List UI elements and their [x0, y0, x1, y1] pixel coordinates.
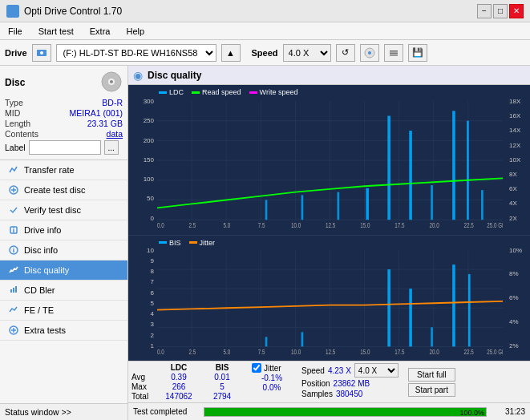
drive-info-icon	[8, 224, 19, 236]
chart2-y-labels: 10987654321	[128, 247, 156, 349]
speed-select[interactable]: 4.0 X	[283, 44, 331, 62]
svg-rect-5	[390, 52, 398, 54]
settings-button[interactable]	[384, 44, 403, 62]
contents-label: Contents	[5, 129, 38, 139]
disc-panel-icon	[100, 71, 123, 95]
stats-main-col: LDC BIS Avg 0.39 0.01 Max 266 5 Total 14…	[131, 363, 242, 401]
write-speed-color	[249, 91, 257, 94]
sidebar-item-transfer-rate[interactable]: Transfer rate	[0, 160, 127, 180]
label-browse-button[interactable]: ...	[104, 140, 119, 155]
svg-text:17.5: 17.5	[394, 221, 404, 229]
sidebar-item-cd-bler[interactable]: CD Bler	[0, 281, 127, 301]
bis-color	[159, 241, 167, 244]
svg-rect-82	[452, 265, 455, 346]
disc-panel: Disc Type BD-R MID MEIRA1 (001) Length	[0, 66, 127, 160]
jitter-checkbox[interactable]	[252, 363, 261, 373]
sidebar-item-drive-info[interactable]: Drive info	[0, 220, 127, 240]
svg-rect-19	[10, 289, 12, 293]
avg-bis: 0.01	[202, 373, 242, 382]
samples-label: Samples	[301, 390, 333, 398]
charts-container: LDC Read speed Write speed 3002502001501…	[128, 85, 530, 361]
chart2-legend: BIS Jitter	[159, 239, 215, 247]
menu-start-test[interactable]: Start test	[34, 25, 79, 38]
drive-label: Drive	[5, 48, 27, 58]
start-part-button[interactable]: Start part	[408, 383, 455, 397]
legend-ldc: LDC	[159, 88, 184, 96]
svg-rect-83	[468, 274, 471, 346]
avg-label: Avg	[131, 373, 156, 382]
svg-rect-4	[390, 50, 398, 52]
read-speed-color	[192, 91, 200, 94]
app-title: Opti Drive Control 1.70	[24, 6, 122, 17]
menu-file[interactable]: File	[3, 25, 27, 38]
svg-text:15.0: 15.0	[360, 221, 370, 229]
svg-text:2.5: 2.5	[189, 221, 196, 229]
svg-rect-81	[431, 327, 433, 346]
label-input[interactable]	[29, 140, 101, 155]
svg-rect-44	[366, 188, 369, 220]
speed-info-value: 4.23 X	[328, 366, 351, 375]
status-window-button[interactable]: Status window >>	[0, 403, 127, 420]
position-value: 23862 MB	[334, 379, 370, 388]
nav-label-fe-te: FE / TE	[24, 305, 54, 315]
chart1: LDC Read speed Write speed 3002502001501…	[128, 85, 530, 235]
nav-label-disc-info: Disc info	[24, 245, 58, 255]
svg-point-3	[368, 51, 371, 55]
legend-bis: BIS	[159, 239, 181, 247]
type-value: BD-R	[102, 98, 123, 107]
sidebar-item-extra-tests[interactable]: Extra tests	[0, 321, 127, 341]
svg-text:15.0: 15.0	[360, 348, 370, 356]
contents-value[interactable]: data	[107, 129, 123, 139]
sidebar-item-verify-test-disc[interactable]: Verify test disc	[0, 200, 127, 220]
svg-rect-50	[481, 190, 483, 220]
extra-tests-icon	[8, 325, 19, 336]
svg-text:17.5: 17.5	[394, 348, 404, 356]
menu-help[interactable]: Help	[121, 25, 149, 38]
close-button[interactable]: ✕	[509, 4, 524, 18]
bottom-bar: Test completed 100.0% 31:23	[128, 402, 530, 420]
svg-text:20.0: 20.0	[429, 221, 439, 229]
drive-icon-btn[interactable]	[32, 44, 51, 62]
svg-point-1	[40, 51, 43, 55]
cd-bler-icon	[8, 285, 19, 296]
transfer-rate-icon	[8, 164, 19, 176]
jitter-label: Jitter	[264, 364, 281, 373]
maximize-button[interactable]: □	[493, 4, 508, 18]
svg-point-18	[13, 248, 14, 249]
refresh-button[interactable]: ↺	[336, 44, 355, 62]
start-full-button[interactable]: Start full	[408, 368, 455, 382]
chart1-y-right-labels: 18X16X14X12X10X8X6X4X2X	[508, 98, 530, 222]
disc-panel-title: Disc	[5, 77, 25, 88]
speed-info-label: Speed	[301, 366, 325, 375]
speed-info-select[interactable]: 4.0 X	[354, 363, 399, 378]
eject-button[interactable]: ▲	[221, 44, 241, 62]
position-label: Position	[301, 379, 330, 388]
disc-button[interactable]	[360, 44, 379, 62]
svg-rect-80	[409, 289, 412, 346]
sidebar-item-fe-te[interactable]: FE / TE	[0, 301, 127, 321]
chart2-y-right-labels: 10%8%6%4%2%	[508, 247, 530, 349]
legend-write-speed: Write speed	[249, 88, 298, 96]
svg-text:0.0: 0.0	[157, 348, 164, 356]
svg-text:7.5: 7.5	[258, 221, 265, 229]
svg-rect-47	[431, 185, 433, 220]
sidebar-item-create-test-disc[interactable]: Create test disc	[0, 180, 127, 200]
menu-extra[interactable]: Extra	[85, 25, 115, 38]
avg-jitter: -0.1%	[252, 374, 292, 382]
create-test-disc-icon	[8, 184, 19, 196]
sidebar-item-disc-quality[interactable]: Disc quality	[0, 260, 127, 281]
nav-label-create-test-disc: Create test disc	[24, 185, 85, 195]
svg-rect-49	[467, 121, 469, 220]
stats-bar: LDC BIS Avg 0.39 0.01 Max 266 5 Total 14…	[128, 361, 530, 402]
svg-rect-78	[301, 332, 304, 346]
drive-select[interactable]: (F:) HL-DT-ST BD-RE WH16NS58 TST4	[56, 44, 216, 62]
max-ldc: 266	[159, 382, 199, 391]
minimize-button[interactable]: −	[477, 4, 492, 18]
chart1-y-labels: 300250200150100500	[128, 98, 156, 222]
svg-point-15	[13, 228, 14, 229]
sidebar-item-disc-info[interactable]: Disc info	[0, 240, 127, 260]
svg-rect-48	[452, 111, 455, 220]
svg-text:12.5: 12.5	[326, 348, 335, 356]
speed-info-col: Speed 4.23 X 4.0 X Position 23862 MB Sam…	[301, 363, 399, 401]
save-button[interactable]: 💾	[408, 44, 427, 62]
